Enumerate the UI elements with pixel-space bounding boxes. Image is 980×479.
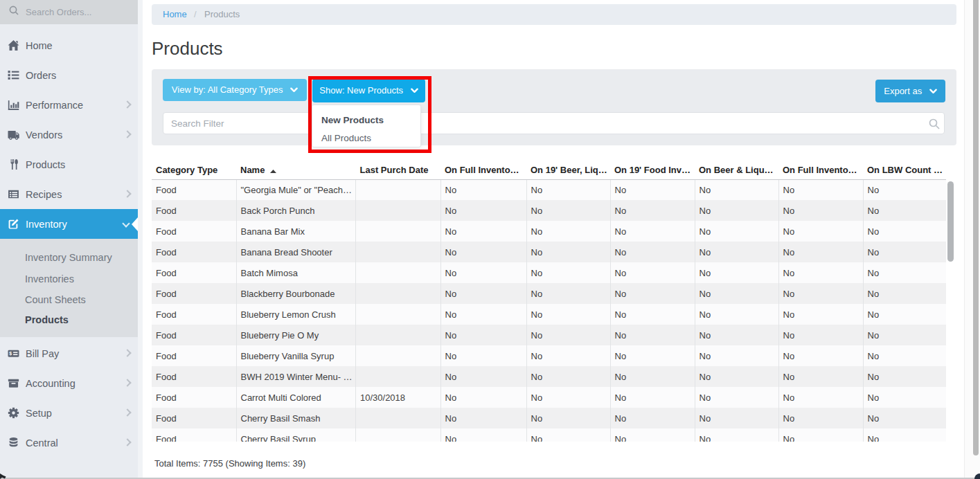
svg-text:$: $ xyxy=(9,351,12,356)
